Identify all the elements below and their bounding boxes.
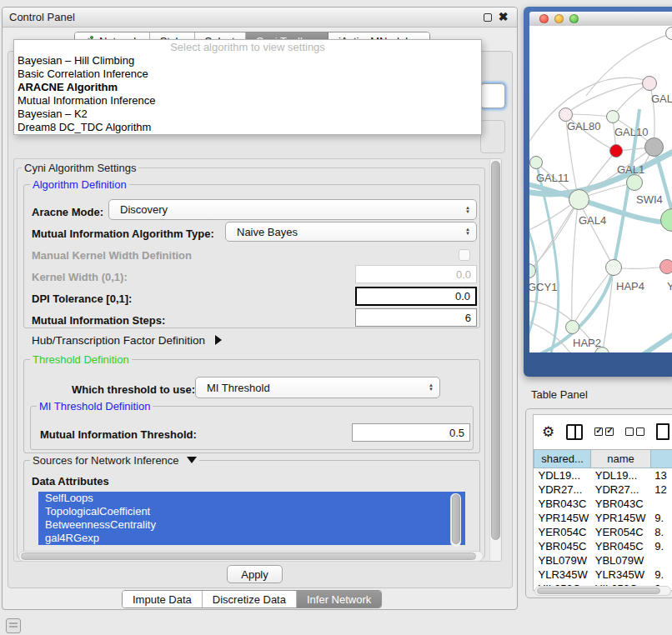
network-node[interactable] [565, 320, 579, 334]
attribute-list-item[interactable]: TopologicalCoefficient [38, 505, 465, 518]
network-edge[interactable] [565, 83, 649, 114]
table-cell[interactable]: YBL079W [534, 553, 591, 568]
attributes-list-scrollbar[interactable] [450, 493, 461, 547]
float-panel-icon[interactable] [484, 13, 492, 22]
network-edge[interactable] [572, 199, 579, 327]
gear-icon[interactable]: ⚙ [542, 423, 554, 441]
tab-impute-data[interactable]: Impute Data [123, 591, 203, 608]
network-node[interactable] [642, 76, 657, 91]
table-cell[interactable]: 13 [650, 468, 672, 482]
table-cell[interactable]: YDR27... [534, 482, 591, 497]
tab-infer-network[interactable]: Infer Network [297, 591, 381, 608]
table-horizontal-scrollbar[interactable] [534, 586, 671, 596]
table-row[interactable]: YBR043CYBR043C [534, 497, 672, 511]
settings-horizontal-scrollbar[interactable] [18, 551, 484, 562]
apply-button[interactable]: Apply [227, 565, 283, 583]
kernel-width-field[interactable]: 0.0 [355, 265, 477, 283]
deselect-all-columns-icon[interactable] [625, 428, 644, 436]
network-edge-strong[interactable] [636, 328, 672, 352]
which-threshold-combobox[interactable]: MI Threshold ▲▼ [195, 377, 440, 398]
network-node[interactable] [606, 110, 619, 123]
column-header-name[interactable]: name [591, 450, 651, 468]
mi-threshold-field[interactable]: 0.5 [352, 423, 470, 442]
network-node[interactable] [659, 259, 672, 274]
attribute-list-item[interactable]: BetweennessCentrality [38, 518, 465, 532]
table-cell[interactable] [650, 553, 672, 568]
split-columns-icon[interactable] [566, 424, 583, 440]
column-header-cut[interactable] [650, 450, 672, 468]
network-node[interactable] [605, 259, 622, 276]
column-header-shared...[interactable]: shared... [534, 450, 591, 468]
attributes-list-scrollbar-thumb[interactable] [452, 494, 460, 544]
attribute-list-item[interactable]: gal4RGexp [38, 532, 465, 545]
network-edge[interactable] [529, 78, 649, 149]
settings-vertical-scrollbar-thumb[interactable] [491, 161, 500, 540]
table-cell[interactable]: YBL079W [591, 553, 651, 568]
table-horizontal-scrollbar-thumb[interactable] [537, 588, 660, 594]
dpi-tolerance-field[interactable]: 0.0 [355, 287, 477, 306]
algorithm-menu-item[interactable]: Bayesian – K2 [14, 108, 481, 121]
table-row[interactable]: YLR345WYLR345W9. [534, 568, 672, 582]
table-cell[interactable]: YDL19... [534, 468, 591, 482]
table-cell[interactable] [650, 497, 672, 511]
table-row[interactable]: YER054CYER054C8. [534, 525, 672, 539]
table-cell[interactable]: YLR345W [534, 568, 591, 582]
network-node[interactable] [569, 189, 589, 210]
table-row[interactable]: YBL079WYBL079W [534, 553, 672, 568]
manual-kernel-checkbox[interactable] [459, 249, 470, 261]
network-edge-strong[interactable] [529, 109, 639, 352]
algorithm-menu-item[interactable]: Mutual Information Inference [14, 94, 481, 108]
minimized-panel-icon[interactable] [6, 618, 21, 633]
mi-type-combobox[interactable]: Naive Bayes ▲▼ [225, 222, 477, 242]
table-row[interactable]: YPR145WYPR145W9. [534, 511, 672, 525]
algorithm-menu-item[interactable]: Bayesian – Hill Climbing [14, 54, 481, 68]
table-cell[interactable]: YDL19... [591, 468, 651, 482]
window-zoom-button[interactable] [569, 14, 579, 23]
network-canvas[interactable]: GALGAL80GAL10GAL1GAL11SWI4GAL4GCY1HAP4YH… [529, 26, 672, 352]
collapse-down-icon[interactable] [187, 457, 197, 463]
algorithm-menu-item[interactable]: ARACNE Algorithm [14, 81, 481, 94]
hub-section-toggle[interactable]: Hub/Transcription Factor Definition [32, 334, 222, 347]
settings-horizontal-scrollbar-thumb[interactable] [21, 552, 476, 560]
network-edge[interactable] [586, 33, 672, 96]
table-cell[interactable]: 12 [650, 482, 672, 497]
attribute-list-item[interactable]: SelfLoops [38, 492, 465, 505]
node-attribute-table[interactable]: shared...nameYDL19...YDL19...13YDR27...Y… [534, 449, 672, 596]
aracne-mode-combobox[interactable]: Discovery ▲▼ [108, 199, 477, 220]
tab-discretize-data[interactable]: Discretize Data [203, 591, 297, 608]
algorithm-menu-item[interactable]: Basic Correlation Inference [14, 68, 481, 81]
table-cell[interactable]: YPR145W [534, 511, 591, 525]
table-cell[interactable]: 8. [650, 525, 672, 539]
table-cell[interactable]: YBR043C [591, 497, 651, 511]
algorithm-menu-item[interactable]: Dream8 DC_TDC Algorithm [14, 121, 481, 134]
network-node[interactable] [529, 156, 543, 169]
window-close-button[interactable] [539, 14, 549, 23]
mi-steps-field[interactable]: 6 [355, 308, 477, 327]
table-row[interactable]: YBR045CYBR045C9. [534, 539, 672, 553]
network-node[interactable] [644, 138, 664, 157]
table-cell[interactable]: 9. [650, 511, 672, 525]
network-view-window[interactable]: GALGAL80GAL10GAL1GAL11SWI4GAL4GCY1HAP4YH… [524, 7, 672, 377]
settings-vertical-scrollbar[interactable] [489, 159, 501, 561]
network-node[interactable] [609, 144, 623, 158]
network-node[interactable] [626, 174, 643, 191]
window-minimize-button[interactable] [554, 14, 564, 23]
new-table-icon[interactable] [656, 423, 669, 440]
table-cell[interactable]: 9. [650, 568, 672, 582]
table-cell[interactable]: YLR345W [591, 568, 651, 582]
table-cell[interactable]: YPR145W [591, 511, 651, 525]
network-window-titlebar[interactable] [529, 12, 672, 26]
table-cell[interactable]: YBR045C [591, 539, 651, 553]
select-all-columns-icon[interactable] [594, 428, 614, 436]
table-row[interactable]: YDL19...YDL19...13 [534, 468, 672, 482]
network-node[interactable] [559, 108, 573, 122]
close-panel-icon[interactable]: ✖ [498, 12, 509, 22]
table-cell[interactable]: YDR27... [591, 482, 651, 497]
control-panel-titlebar[interactable]: Control Panel ✖ [3, 8, 517, 28]
table-row[interactable]: YDR27...YDR27...12 [534, 482, 672, 497]
table-cell[interactable]: YER054C [591, 525, 651, 539]
data-attributes-list[interactable]: SelfLoopsTopologicalCoefficientBetweenne… [38, 492, 465, 548]
table-cell[interactable]: YBR043C [534, 497, 591, 511]
table-cell[interactable]: YBR045C [534, 539, 591, 553]
table-cell[interactable]: 9. [650, 539, 672, 553]
